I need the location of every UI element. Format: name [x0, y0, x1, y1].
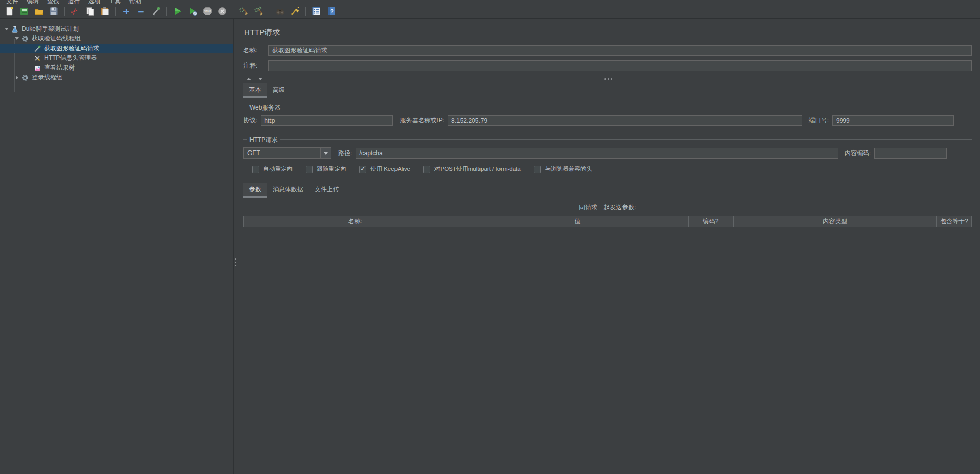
checkbox-auto-redirect[interactable]: 自动重定向 — [252, 165, 293, 173]
server-input[interactable] — [448, 115, 802, 126]
start-button[interactable] — [171, 6, 184, 18]
open-folder-icon — [34, 6, 44, 18]
function-helper-button[interactable] — [310, 6, 323, 18]
copy-icon — [85, 6, 95, 18]
expand-all-button[interactable]: + — [120, 6, 133, 18]
test-plan-flask-icon — [11, 26, 19, 33]
clear-all-button[interactable] — [252, 6, 265, 18]
checkbox-use-keepalive[interactable]: 使用 KeepAlive — [359, 165, 410, 173]
params-table-body-empty — [243, 227, 972, 474]
tree-item-captcha-thread-group[interactable]: 获取验证码线程组 — [0, 34, 233, 44]
checkbox-icon — [306, 166, 313, 173]
toggle-button[interactable] — [150, 6, 162, 18]
collapse-down-arrow-icon[interactable] — [258, 78, 262, 80]
http-sampler-icon — [33, 45, 41, 52]
plus-icon: + — [123, 7, 129, 16]
splitter-grip[interactable] — [235, 262, 236, 263]
search-button[interactable] — [274, 6, 286, 18]
chevron-down-icon[interactable] — [3, 28, 11, 30]
collapse-up-arrow-icon[interactable] — [247, 78, 251, 80]
menu-tools[interactable]: 工具 — [105, 0, 125, 5]
paste-button[interactable] — [98, 6, 111, 18]
column-header-value[interactable]: 值 — [467, 216, 689, 227]
clear-broom-icon — [239, 6, 249, 18]
templates-button[interactable] — [17, 6, 30, 18]
method-value: GET — [244, 148, 320, 158]
tree-item-label: HTTP信息头管理器 — [44, 54, 97, 62]
start-no-pauses-icon — [187, 6, 198, 18]
binoculars-icon — [275, 6, 285, 18]
chevron-right-icon[interactable] — [13, 76, 21, 80]
web-server-row: 协议: 服务器名称或IP: 端口号: — [243, 115, 972, 126]
http-request-group-label: HTTP请求 — [247, 136, 280, 144]
params-table-header: 名称: 值 编码? 内容类型 包含等于? — [243, 216, 972, 227]
shutdown-x-icon — [217, 6, 227, 18]
chevron-down-icon[interactable] — [13, 37, 21, 40]
tree-item-view-results-tree[interactable]: 查看结果树 — [0, 63, 233, 73]
clear-button[interactable] — [237, 6, 250, 18]
copy-button[interactable] — [84, 6, 96, 18]
tab-basic[interactable]: 基本 — [243, 83, 267, 98]
horizontal-splitter[interactable] — [243, 76, 972, 81]
tree-item-label: 登录线程组 — [32, 73, 62, 82]
params-table-caption: 同请求一起发送参数: — [243, 203, 972, 212]
checkbox-follow-redirect[interactable]: 跟随重定向 — [306, 165, 347, 173]
path-input[interactable] — [356, 148, 838, 159]
stop-button[interactable]: STOP — [201, 6, 214, 18]
toolbar-separator — [115, 7, 116, 16]
tree-item-login-thread-group[interactable]: 登录线程组 — [0, 73, 233, 82]
tab-files-upload[interactable]: 文件上传 — [309, 183, 345, 198]
save-button[interactable] — [47, 6, 60, 18]
tree-item-test-plan[interactable]: Duke脚手架测试计划 — [0, 24, 233, 34]
reset-search-button[interactable] — [288, 6, 301, 18]
column-header-include-equals[interactable]: 包含等于? — [937, 216, 971, 227]
shutdown-button[interactable] — [216, 6, 228, 18]
open-file-button[interactable] — [32, 6, 45, 18]
collapse-all-button[interactable]: − — [135, 6, 148, 18]
results-tree-chart-icon — [33, 64, 41, 72]
content-encoding-label: 内容编码: — [845, 149, 871, 158]
port-input[interactable] — [832, 115, 954, 126]
menu-help[interactable]: 帮助 — [125, 0, 145, 5]
toolbar-separator — [269, 7, 269, 16]
menu-search[interactable]: 查找 — [43, 0, 64, 5]
start-no-pauses-button[interactable] — [186, 6, 199, 18]
combo-dropdown-button[interactable] — [320, 148, 331, 158]
tree-main-splitter[interactable] — [233, 19, 237, 474]
checkbox-label: 跟随重定向 — [317, 165, 347, 173]
checkbox-checked-icon — [359, 166, 366, 173]
tree-item-header-manager[interactable]: HTTP信息头管理器 — [0, 53, 233, 63]
payload-tabs: 参数 消息体数据 文件上传 — [243, 183, 972, 198]
request-options-row: 自动重定向 跟随重定向 使用 KeepAlive 对POST使用multipar… — [252, 165, 972, 173]
menu-edit[interactable]: 编辑 — [23, 0, 43, 5]
splitter-dots-grip[interactable] — [608, 78, 609, 80]
column-header-name[interactable]: 名称: — [244, 216, 467, 227]
menu-file[interactable]: 文件 — [2, 0, 23, 5]
content-encoding-input[interactable] — [874, 148, 947, 159]
toolbar-separator — [305, 7, 306, 16]
checkbox-browser-compatible-headers[interactable]: 与浏览器兼容的头 — [534, 165, 592, 173]
name-label: 名称: — [243, 46, 265, 55]
menu-options[interactable]: 选项 — [84, 0, 105, 5]
method-select[interactable]: GET — [243, 147, 331, 159]
comment-input[interactable] — [268, 60, 972, 71]
config-tabs: 基本 高级 — [243, 83, 972, 98]
checkbox-label: 自动重定向 — [263, 165, 293, 173]
protocol-input[interactable] — [261, 115, 393, 126]
name-input[interactable] — [268, 45, 972, 56]
cut-button[interactable]: ✂ — [69, 6, 81, 18]
column-header-content-type[interactable]: 内容类型 — [734, 216, 937, 227]
tab-advanced[interactable]: 高级 — [267, 83, 290, 98]
tree-item-captcha-request[interactable]: 获取图形验证码请求 — [0, 44, 233, 53]
jmeter-window: 文件 编辑 查找 运行 选项 工具 帮助 ✂ + − STOP — [0, 0, 980, 474]
toggle-pen-icon — [151, 6, 161, 18]
tab-body-data[interactable]: 消息体数据 — [267, 183, 309, 198]
new-file-button[interactable] — [3, 6, 15, 18]
function-helper-icon — [311, 6, 322, 18]
column-header-encode[interactable]: 编码? — [689, 216, 734, 227]
help-button[interactable]: ? — [325, 6, 338, 18]
menu-run[interactable]: 运行 — [64, 0, 84, 5]
help-book-icon: ? — [326, 6, 337, 18]
checkbox-multipart-post[interactable]: 对POST使用multipart / form-data — [423, 165, 521, 173]
tab-parameters[interactable]: 参数 — [243, 183, 267, 198]
